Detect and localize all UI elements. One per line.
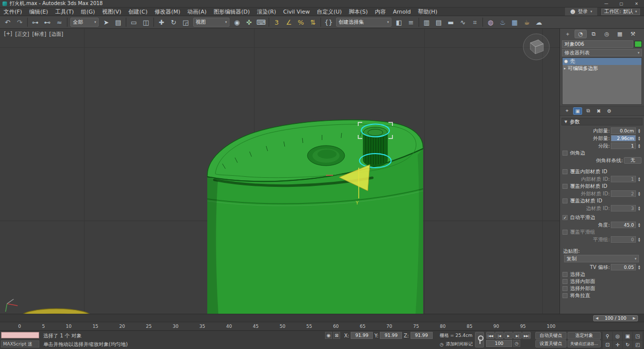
sign-in-button[interactable]: ☻ 登录 ▾ (565, 8, 597, 16)
selection-lock-toggle-icon[interactable]: ⊠ (333, 332, 340, 339)
menu-group[interactable]: 组(G) (77, 8, 99, 16)
model-yellow-disc[interactable] (21, 309, 92, 314)
current-frame-field[interactable]: 100 (486, 340, 512, 347)
isolate-selection-toggle-icon[interactable]: ◉ (325, 332, 332, 339)
inner-amount-field[interactable]: 0.0cm (611, 127, 636, 134)
undo-icon[interactable]: ↶ (2, 17, 14, 28)
bevel-spline-button[interactable]: 无 (624, 157, 641, 164)
unlink-selection-icon[interactable]: ⊷ (41, 17, 53, 28)
spinner-control[interactable]: ▲▼ (637, 205, 641, 212)
outer-amount-field[interactable]: 2.96cm (611, 135, 636, 142)
render-production-icon[interactable]: ☕ (521, 17, 533, 28)
zoom-region-icon[interactable]: ⊡ (603, 340, 612, 348)
override-outer-mat-checkbox[interactable] (562, 184, 568, 189)
modifier-visibility-icon[interactable] (564, 59, 568, 63)
select-inner-checkbox[interactable] (562, 279, 568, 284)
render-setup-icon[interactable]: ♨ (497, 17, 509, 28)
maxscript-mini-recorder-input[interactable] (1, 332, 39, 338)
spinner-control[interactable]: ▲▼ (637, 190, 641, 197)
previous-frame-arrow-icon[interactable]: ◀ (594, 316, 600, 320)
modifier-stack-item-shell[interactable]: 壳 (562, 58, 641, 65)
rendered-frame-window-icon[interactable]: ▦ (509, 17, 521, 28)
configure-modifier-sets-icon[interactable]: ⚙ (605, 107, 614, 115)
set-keys-button[interactable] (475, 332, 484, 347)
override-edge-mat-checkbox[interactable] (562, 198, 568, 203)
maximize-viewport-toggle-icon[interactable]: ◰ (633, 340, 642, 348)
menu-views[interactable]: 视图(V) (99, 8, 125, 16)
motion-tab[interactable]: ◎ (601, 30, 613, 38)
keyboard-override-icon[interactable]: ⌨ (255, 17, 267, 28)
segments-field[interactable]: 1 (611, 143, 636, 149)
select-edge-checkbox[interactable] (562, 272, 568, 277)
viewport-menu-shading[interactable]: [标准] (32, 31, 46, 38)
menu-animation[interactable]: 动画(A) (184, 8, 210, 16)
object-color-swatch[interactable] (634, 41, 642, 47)
spinner-control[interactable]: ▲▼ (637, 222, 641, 228)
spinner-control[interactable]: ▲▼ (637, 127, 641, 134)
modifier-list-dropdown[interactable]: 修改器列表 ▾ (562, 49, 642, 56)
override-inner-mat-checkbox[interactable] (562, 169, 568, 174)
toggle-ribbon-icon[interactable]: ▬ (445, 17, 457, 28)
edge-mat-id-field[interactable]: 3 (611, 205, 636, 212)
reference-coordinate-dropdown[interactable]: 视图▾ (193, 18, 229, 27)
viewcube[interactable] (521, 32, 551, 62)
select-object-icon[interactable]: ➤ (100, 17, 112, 28)
viewport-menu-general[interactable]: [+] (4, 31, 12, 38)
z-coordinate-field[interactable]: 91.99 (411, 332, 433, 339)
toggle-scene-explorer-icon[interactable]: ▥ (421, 17, 433, 28)
select-and-scale-icon[interactable]: ◲ (180, 17, 192, 28)
viewport-menu-edged-faces[interactable]: [边面] (49, 31, 63, 38)
time-slider-handle[interactable]: ◀ 100 / 100 ▶ (593, 315, 638, 321)
next-frame-button[interactable]: ▶| (513, 332, 522, 339)
select-and-link-icon[interactable]: ⊶ (29, 17, 41, 28)
show-end-result-icon[interactable]: ▣ (573, 107, 582, 115)
play-button[interactable]: ▶ (504, 332, 513, 339)
viewport[interactable]: Y [+][正交][标准][边面] (0, 29, 559, 314)
model-lighter-body[interactable] (207, 120, 423, 314)
orbit-icon[interactable]: ↻ (623, 340, 632, 348)
named-selection-sets-dropdown[interactable]: 创建选择集▾ (336, 18, 391, 27)
make-unique-icon[interactable]: ⧉ (584, 107, 593, 115)
material-editor-icon[interactable]: ◍ (485, 17, 497, 28)
edit-named-selection-sets-icon[interactable]: {} (323, 17, 335, 28)
zoom-icon[interactable]: ⚲ (603, 332, 612, 340)
render-in-cloud-icon[interactable]: ☁ (533, 17, 545, 28)
time-configuration-button[interactable]: ◷ (513, 340, 520, 347)
menu-file[interactable]: 文件(F) (0, 8, 26, 16)
use-pivot-center-icon[interactable]: ◉ (231, 17, 243, 28)
create-tab[interactable]: ＋ (561, 30, 574, 38)
menu-civil-view[interactable]: Civil View (280, 8, 313, 16)
key-filters-button[interactable]: 关键点过滤器... (568, 340, 601, 347)
spinner-snap-icon[interactable]: ⇅ (307, 17, 319, 28)
pan-icon[interactable]: ✛ (613, 340, 622, 348)
redo-icon[interactable]: ↷ (14, 17, 26, 28)
workspace-selector[interactable]: 工作区: 默认 ▾ (601, 9, 640, 15)
tv-offset-field[interactable]: 0.05 (611, 264, 636, 270)
rectangular-selection-icon[interactable]: ▭ (128, 17, 140, 28)
zoom-extents-icon[interactable]: ▣ (623, 332, 632, 340)
select-outer-checkbox[interactable] (562, 286, 568, 291)
menu-graph-editors[interactable]: 图形编辑器(D) (210, 8, 253, 16)
utilities-tab[interactable]: ⚒ (627, 30, 639, 38)
curve-editor-icon[interactable]: ∿ (457, 17, 469, 28)
remove-modifier-icon[interactable]: ✖ (594, 107, 603, 115)
spinner-control[interactable]: ▲▼ (637, 264, 641, 270)
mirror-icon[interactable]: ◧ (393, 17, 405, 28)
straighten-corners-checkbox[interactable] (562, 293, 568, 298)
pin-stack-icon[interactable]: ⌖ (562, 107, 572, 115)
menu-rendering[interactable]: 渲染(R) (254, 8, 280, 16)
menu-edit[interactable]: 编辑(E) (26, 8, 52, 16)
add-time-tag[interactable]: ◷ 添加时间标记 (440, 341, 473, 347)
hierarchy-tab[interactable]: ⧉ (588, 30, 600, 38)
menu-content[interactable]: 内容 (371, 8, 389, 16)
selection-filter-dropdown[interactable]: 全部▾ (70, 18, 99, 27)
select-and-move-icon[interactable]: ✚ (155, 17, 168, 28)
toggle-layer-explorer-icon[interactable]: ▤ (433, 17, 445, 28)
close-button[interactable]: ✕ (629, 0, 644, 7)
menu-help[interactable]: 帮助(H) (415, 8, 441, 16)
schematic-view-icon[interactable]: ⌗ (469, 17, 481, 28)
maxscript-mini-listener[interactable]: MAXScript 迷 (1, 340, 39, 347)
track-bar[interactable]: 0510152025303540455055606570758085909510… (0, 322, 644, 331)
modify-tab[interactable]: ◔ (575, 30, 587, 38)
align-icon[interactable]: ≡ (405, 17, 417, 28)
